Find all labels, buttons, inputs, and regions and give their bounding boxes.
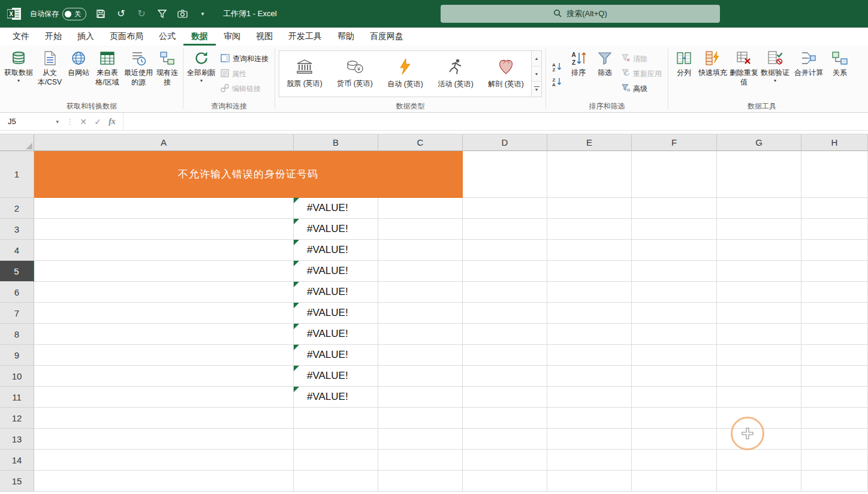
autosave-control[interactable]: 自动保存 关 (30, 8, 86, 20)
cell-B6[interactable]: #VALUE! (294, 282, 378, 303)
cell-D5[interactable] (463, 261, 547, 282)
gallery-more-button[interactable]: ▼ (532, 82, 541, 97)
cell-C13[interactable] (378, 429, 463, 450)
existing-connections-button[interactable]: 现有连接 (154, 47, 180, 101)
cell-E2[interactable] (547, 198, 632, 219)
cell-C11[interactable] (378, 387, 463, 408)
tab-baidu-netdisk[interactable]: 百度网盘 (362, 28, 411, 46)
column-header-B[interactable]: B (294, 134, 378, 151)
cell-C12[interactable] (378, 408, 463, 429)
cell-E10[interactable] (547, 366, 632, 387)
banner-merged-cell[interactable]: 不允许输入错误的身份证号码 (34, 151, 463, 198)
cell-H12[interactable] (801, 408, 868, 429)
tab-formulas[interactable]: 公式 (151, 28, 183, 46)
row-header-5[interactable]: 5 (0, 261, 34, 282)
tab-help[interactable]: 帮助 (330, 28, 362, 46)
undo-button[interactable]: ↺ (115, 8, 127, 20)
cell-G4[interactable] (717, 240, 801, 261)
save-button[interactable] (95, 8, 107, 20)
cell-D2[interactable] (463, 198, 547, 219)
from-web-button[interactable]: 自网站 (65, 47, 92, 101)
cell-H10[interactable] (801, 366, 868, 387)
cell-D6[interactable] (463, 282, 547, 303)
cell-F12[interactable] (632, 408, 717, 429)
flash-fill-button[interactable]: 快速填充 (697, 47, 728, 101)
cell-C10[interactable] (378, 366, 463, 387)
cell-B9[interactable]: #VALUE! (294, 345, 378, 366)
cell-H11[interactable] (801, 387, 868, 408)
cell-F4[interactable] (632, 240, 717, 261)
cell-E12[interactable] (547, 408, 632, 429)
sort-button[interactable]: AZ 排序 (565, 47, 592, 101)
cell-D12[interactable] (463, 408, 547, 429)
cell-C14[interactable] (378, 450, 463, 471)
cell-E15[interactable] (547, 471, 632, 492)
cell-D3[interactable] (463, 219, 547, 240)
gallery-scroll-down-button[interactable]: ▼ (532, 67, 541, 82)
cell-G6[interactable] (717, 282, 801, 303)
tab-view[interactable]: 视图 (248, 28, 281, 46)
cell-D9[interactable] (463, 345, 547, 366)
cell-H9[interactable] (801, 345, 868, 366)
cell-F3[interactable] (632, 219, 717, 240)
row-header-8[interactable]: 8 (0, 324, 34, 345)
relationships-button[interactable]: 关系 (827, 47, 853, 101)
data-validation-button[interactable]: 数据验证 ▾ (760, 47, 791, 101)
customize-qat-chevron-icon[interactable]: ▾ (197, 8, 209, 20)
row-header-9[interactable]: 9 (0, 345, 34, 366)
reapply-button[interactable]: 重新应用 (619, 68, 664, 80)
cell-B15[interactable] (294, 471, 378, 492)
cancel-formula-button[interactable]: ✕ (76, 113, 91, 130)
column-header-G[interactable]: G (717, 134, 801, 151)
column-header-F[interactable]: F (632, 134, 717, 151)
gallery-scroll-up-button[interactable]: ▲ (532, 51, 541, 67)
cell-G1[interactable] (717, 151, 801, 198)
cell-G15[interactable] (717, 471, 801, 492)
name-box[interactable]: J5 ▾ (0, 113, 64, 130)
cell-A4[interactable] (34, 240, 294, 261)
cell-B5[interactable]: #VALUE! (294, 261, 378, 282)
cell-A5[interactable] (34, 261, 294, 282)
cell-E11[interactable] (547, 387, 632, 408)
from-table-range-button[interactable]: 来自表格/区域 (92, 47, 123, 101)
from-text-csv-button[interactable]: 从文本/CSV (34, 47, 65, 101)
cell-D10[interactable] (463, 366, 547, 387)
cell-H3[interactable] (801, 219, 868, 240)
cell-E7[interactable] (547, 303, 632, 324)
formula-input[interactable] (123, 113, 868, 130)
cell-A13[interactable] (34, 429, 294, 450)
column-header-E[interactable]: E (547, 134, 632, 151)
filter-button[interactable]: 筛选 (592, 47, 618, 101)
cell-A10[interactable] (34, 366, 294, 387)
cell-G9[interactable] (717, 345, 801, 366)
cell-F2[interactable] (632, 198, 717, 219)
queries-connections-button[interactable]: 查询和连接 (218, 53, 271, 65)
cell-D13[interactable] (463, 429, 547, 450)
cell-G14[interactable] (717, 450, 801, 471)
cell-E4[interactable] (547, 240, 632, 261)
clear-filter-button[interactable]: 清除 (619, 53, 664, 65)
row-header-10[interactable]: 10 (0, 366, 34, 387)
cell-F9[interactable] (632, 345, 717, 366)
cell-E5[interactable] (547, 261, 632, 282)
column-header-H[interactable]: H (801, 134, 868, 151)
row-header-7[interactable]: 7 (0, 303, 34, 324)
cell-C5[interactable] (378, 261, 463, 282)
cell-H5[interactable] (801, 261, 868, 282)
cell-D7[interactable] (463, 303, 547, 324)
sort-az-button[interactable]: AZ (550, 61, 564, 73)
cell-A6[interactable] (34, 282, 294, 303)
cell-C15[interactable] (378, 471, 463, 492)
cell-H6[interactable] (801, 282, 868, 303)
cell-C2[interactable] (378, 198, 463, 219)
cell-D8[interactable] (463, 324, 547, 345)
properties-button[interactable]: 属性 (218, 68, 271, 80)
search-input[interactable]: 搜索(Alt+Q) (441, 5, 720, 23)
cell-F15[interactable] (632, 471, 717, 492)
cell-D15[interactable] (463, 471, 547, 492)
cell-G11[interactable] (717, 387, 801, 408)
cell-G8[interactable] (717, 324, 801, 345)
insert-function-button[interactable]: fx (105, 113, 119, 130)
cell-D1[interactable] (463, 151, 547, 198)
recent-sources-button[interactable]: 最近使用的源 (123, 47, 154, 101)
